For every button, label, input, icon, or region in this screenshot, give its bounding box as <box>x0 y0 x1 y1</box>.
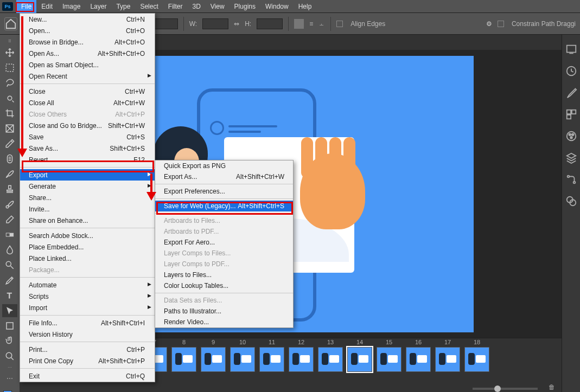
history-panel-icon[interactable] <box>565 65 577 77</box>
healing-tool[interactable] <box>2 152 17 165</box>
timeline-frame[interactable]: 14 <box>347 347 372 372</box>
eraser-tool[interactable] <box>2 213 17 226</box>
file-menu-item[interactable]: Print...Ctrl+P <box>20 344 155 355</box>
file-menu-item[interactable]: Automate <box>20 279 155 291</box>
shape-tool[interactable] <box>2 319 17 332</box>
file-menu-item[interactable]: Import <box>20 302 155 313</box>
pen-tool[interactable] <box>2 274 17 287</box>
file-menu-item[interactable]: Share on Behance... <box>20 215 155 226</box>
file-menu-item[interactable]: Invite... <box>20 203 155 215</box>
type-tool[interactable]: T <box>2 289 17 302</box>
history-brush-tool[interactable] <box>2 198 17 211</box>
export-menu-item[interactable]: Export As...Alt+Shift+Ctrl+W <box>155 171 293 182</box>
file-menu-item[interactable]: ExitCtrl+Q <box>20 370 155 382</box>
file-menu-item[interactable]: Share... <box>20 192 155 203</box>
hand-tool[interactable] <box>2 335 17 348</box>
timeline-frame[interactable]: 9 <box>201 347 226 372</box>
file-menu-item[interactable]: Open As...Alt+Shift+Ctrl+O <box>20 48 155 59</box>
path-ops-icon[interactable] <box>294 19 304 29</box>
timeline-frame[interactable]: 10 <box>230 347 255 372</box>
color-panel-icon[interactable] <box>565 130 577 142</box>
color-swatches[interactable] <box>2 389 17 392</box>
menu-image[interactable]: Image <box>58 0 85 13</box>
eyedropper-tool[interactable] <box>2 137 17 150</box>
marquee-tool[interactable] <box>2 61 17 74</box>
file-menu-item[interactable]: File Info...Alt+Shift+Ctrl+I <box>20 317 155 329</box>
stamp-tool[interactable] <box>2 183 17 196</box>
file-menu-item[interactable]: CloseCtrl+W <box>20 86 155 97</box>
swatches-panel-icon[interactable] <box>565 108 577 120</box>
zoom-slider[interactable] <box>473 388 538 390</box>
arrange-icon[interactable]: ⫠ <box>318 20 325 28</box>
file-menu-item[interactable]: Browse in Bridge...Alt+Ctrl+O <box>20 36 155 48</box>
paths-panel-icon[interactable] <box>565 173 577 185</box>
timeline-frame[interactable]: 11 <box>259 347 284 372</box>
file-menu-item[interactable]: New...Ctrl+N <box>20 14 155 25</box>
file-menu-item[interactable]: SaveCtrl+S <box>20 131 155 143</box>
file-menu-item[interactable]: Close AllAlt+Ctrl+W <box>20 97 155 108</box>
file-menu-item[interactable]: Close and Go to Bridge...Shift+Ctrl+W <box>20 120 155 131</box>
brushes-panel-icon[interactable] <box>565 87 577 99</box>
link-icon[interactable]: ⇔ <box>234 20 239 28</box>
file-menu-item[interactable]: Open Recent <box>20 70 155 82</box>
file-menu-item[interactable]: Print One CopyAlt+Shift+Ctrl+P <box>20 355 155 367</box>
export-menu-item[interactable]: Render Video... <box>155 317 293 327</box>
home-icon[interactable] <box>4 17 17 30</box>
menu-view[interactable]: View <box>206 0 230 13</box>
learn-panel-icon[interactable] <box>565 43 577 55</box>
menu-layer[interactable]: Layer <box>85 0 111 13</box>
timeline-frame[interactable]: 12 <box>289 347 314 372</box>
menu-help[interactable]: Help <box>294 0 317 13</box>
export-menu-item[interactable]: Color Lookup Tables... <box>155 280 293 291</box>
menu-select[interactable]: Select <box>135 0 163 13</box>
crop-tool[interactable] <box>2 107 17 120</box>
menu-window[interactable]: Window <box>260 0 294 13</box>
timeline-frame[interactable]: 17 <box>435 347 460 372</box>
layers-panel-icon[interactable] <box>565 152 577 164</box>
file-menu-item[interactable]: Open as Smart Object... <box>20 59 155 70</box>
quick-select-tool[interactable] <box>2 92 17 105</box>
file-menu-item[interactable]: Place Embedded... <box>20 241 155 253</box>
export-menu-item[interactable]: Paths to Illustrator... <box>155 306 293 317</box>
menu-filter[interactable]: Filter <box>163 0 188 13</box>
width-field[interactable] <box>202 18 228 29</box>
gear-icon[interactable]: ⚙ <box>486 20 492 28</box>
export-menu-item[interactable]: Layers to Files... <box>155 269 293 280</box>
export-menu-item[interactable]: Export For Aero... <box>155 237 293 248</box>
move-tool[interactable] <box>2 46 17 59</box>
export-menu-item[interactable]: Quick Export as PNG <box>155 160 293 171</box>
timeline-frame[interactable]: 8 <box>171 347 196 372</box>
file-menu-item[interactable]: Open...Ctrl+O <box>20 25 155 36</box>
timeline-frame[interactable]: 18 <box>464 347 489 372</box>
edit-toolbar-icon[interactable]: ⋯ <box>2 372 17 385</box>
constrain-checkbox[interactable] <box>498 21 504 27</box>
file-menu-item[interactable]: Save As...Shift+Ctrl+S <box>20 143 155 154</box>
menu-type[interactable]: Type <box>111 0 135 13</box>
blur-tool[interactable] <box>2 243 17 256</box>
toolbox-grip[interactable]: ⠿ <box>8 39 11 44</box>
dodge-tool[interactable] <box>2 259 17 272</box>
brush-tool[interactable] <box>2 168 17 181</box>
timeline-frame[interactable]: 13 <box>318 347 343 372</box>
toolbox-more[interactable]: ⋯ <box>8 365 12 370</box>
file-menu-item[interactable]: Place Linked... <box>20 253 155 264</box>
timeline-frame[interactable]: 15 <box>377 347 401 372</box>
file-menu-item[interactable]: Generate <box>20 181 155 192</box>
timeline-frame[interactable]: 16 <box>406 347 431 372</box>
zoom-tool[interactable] <box>2 350 17 363</box>
menu-edit[interactable]: Edit <box>36 0 58 13</box>
gradient-tool[interactable] <box>2 228 17 241</box>
height-field[interactable] <box>257 18 283 29</box>
file-menu-item[interactable]: Version History <box>20 329 155 340</box>
menu-3d[interactable]: 3D <box>187 0 205 13</box>
menu-plugins[interactable]: Plugins <box>230 0 260 13</box>
lasso-tool[interactable] <box>2 76 17 89</box>
file-menu-item[interactable]: Scripts <box>20 291 155 302</box>
align-icon[interactable]: ≡ <box>309 20 313 28</box>
file-menu-item[interactable]: Search Adobe Stock... <box>20 230 155 241</box>
align-edges-checkbox[interactable] <box>336 21 343 27</box>
frame-tool[interactable] <box>2 122 17 135</box>
path-select-tool[interactable] <box>2 304 17 317</box>
channels-panel-icon[interactable] <box>565 195 577 207</box>
export-menu-item[interactable]: Export Preferences... <box>155 186 293 197</box>
